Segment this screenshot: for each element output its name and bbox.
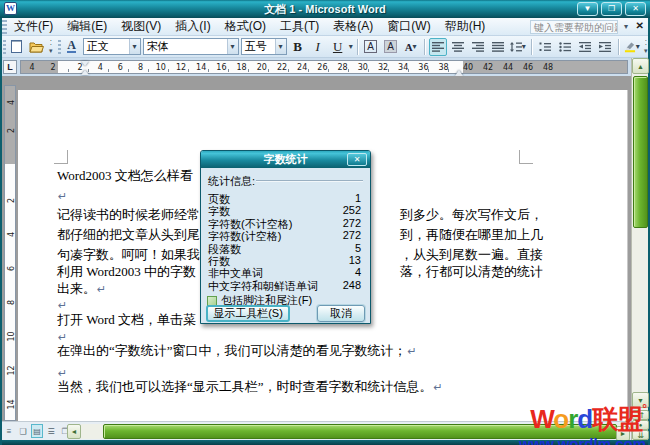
menu-item[interactable]: 帮助(H): [438, 16, 493, 37]
character-border-icon: A: [364, 40, 377, 53]
increase-indent-icon: [599, 42, 611, 52]
window-border-left: [0, 18, 2, 445]
character-scaling-button[interactable]: A ▾: [402, 38, 420, 56]
align-right-button[interactable]: [469, 38, 487, 56]
ruler-number: 44: [501, 63, 515, 72]
document-line: 在弹出的“字数统计”窗口中，我们可以清楚的看见字数统计；↵: [57, 342, 618, 359]
ruler-number: 6: [113, 63, 127, 72]
document-text-fragment: 到，再随便在哪里加上几: [400, 226, 543, 244]
dialog-titlebar[interactable]: 字数统计: [201, 151, 370, 168]
bold-button[interactable]: B: [289, 38, 307, 56]
dialog-close-button[interactable]: ✕: [347, 153, 367, 166]
minimize-button[interactable]: ▼: [577, 2, 598, 16]
toolbar-more-button[interactable]: ⁚ ▾: [48, 37, 54, 57]
document-text-fragment: 都仔细的把文章从头到尾: [57, 227, 200, 242]
include-footnotes-checkbox[interactable]: [207, 296, 217, 306]
restore-button[interactable]: ❒: [601, 2, 622, 16]
ruler-number: 4: [25, 63, 39, 72]
tab-selector-button[interactable]: L: [3, 60, 17, 74]
ruler-number: 10: [154, 63, 168, 72]
watermark: Word联盟° www.wordlm.com: [486, 402, 646, 445]
word-count-dialog: 字数统计 ✕ 统计信息: 页数1字数252字符数(不计空格)272字符数(计空格…: [200, 150, 371, 324]
ruler-number: 12: [7, 366, 16, 376]
scroll-left-button[interactable]: ◄: [67, 424, 81, 439]
decrease-indent-button[interactable]: [576, 38, 594, 56]
bullets-button[interactable]: [556, 38, 574, 56]
toolbar-grip-icon: [3, 40, 6, 54]
align-left-button[interactable]: [429, 38, 447, 56]
ruler-number: 12: [174, 63, 188, 72]
size-combo[interactable]: 五号 ▾: [241, 38, 287, 55]
ruler-number: 32: [376, 63, 390, 72]
menu-item[interactable]: 编辑(E): [60, 16, 114, 37]
document-text-fragment: 句凑字数。呵呵！如果我: [57, 247, 200, 262]
stat-label: 中文字符和朝鲜语单词: [208, 279, 318, 294]
cancel-button[interactable]: 取消: [317, 305, 365, 322]
menu-item[interactable]: 窗口(W): [380, 16, 437, 37]
ruler-number: 8: [7, 298, 16, 308]
size-combo-arrow-icon[interactable]: ▾: [275, 39, 286, 54]
character-shading-icon: A: [384, 40, 397, 53]
watermark-letter: d: [577, 404, 592, 434]
watermark-letter: 盟: [617, 404, 642, 434]
character-scaling-dropdown-icon: ▾: [413, 42, 417, 51]
menu-item[interactable]: 文件(F): [7, 16, 60, 37]
show-toolbar-button[interactable]: 显示工具栏(S): [206, 305, 290, 322]
menu-item[interactable]: 插入(I): [168, 16, 217, 37]
new-document-icon: [11, 40, 22, 53]
help-dropdown-icon[interactable]: ▾: [624, 22, 628, 31]
print-layout-view-button[interactable]: ▤: [31, 424, 43, 438]
character-border-button[interactable]: A: [362, 38, 380, 56]
open-button[interactable]: [28, 38, 46, 56]
document-text-fragment: 落，行都可以清楚的统计: [400, 263, 543, 281]
web-layout-view-button[interactable]: ❑: [17, 424, 29, 438]
character-shading-button[interactable]: A: [382, 38, 400, 56]
separator: [357, 39, 358, 55]
close-button[interactable]: ✕: [625, 2, 646, 16]
ruler-number: 36: [416, 63, 430, 72]
ruler-number: 26: [315, 63, 329, 72]
close-document-icon[interactable]: ✕: [636, 20, 644, 31]
highlight-button[interactable]: ▾: [623, 38, 641, 56]
window-title: 文档 1 - Microsoft Word: [0, 2, 650, 17]
stat-value: 272: [343, 229, 361, 241]
styles-icon: A: [67, 40, 76, 53]
line-spacing-icon: [510, 42, 522, 52]
watermark-letter: 联: [592, 404, 617, 434]
scroll-up-button[interactable]: ▲: [632, 58, 649, 74]
menubar: 文件(F)编辑(E)视图(V)插入(I)格式(O)工具(T)表格(A)窗口(W)…: [0, 18, 650, 36]
font-combo-arrow-icon[interactable]: ▾: [227, 39, 238, 54]
font-combo[interactable]: 宋体 ▾: [143, 38, 239, 55]
underline-dropdown-icon[interactable]: ▾: [349, 42, 353, 51]
menu-item[interactable]: 表格(A): [326, 16, 380, 37]
watermark-url: www.wordlm.com: [486, 435, 646, 445]
menu-item[interactable]: 格式(O): [218, 16, 273, 37]
open-folder-icon: [29, 41, 44, 53]
stat-value: 5: [355, 242, 361, 254]
paragraph-mark-icon: ↵: [407, 345, 417, 357]
style-combo-arrow-icon[interactable]: ▾: [129, 39, 140, 54]
document-text-fragment: 当然，我们也可以选择“显示工具栏”，时时查看字数和统计信息。: [57, 379, 433, 394]
menu-item[interactable]: 工具(T): [273, 16, 326, 37]
vertical-scroll-thumb[interactable]: [633, 76, 648, 228]
new-document-button[interactable]: [8, 38, 26, 56]
vertical-scrollbar[interactable]: ▲ ▼ ⇈ ● ⇊: [631, 58, 648, 440]
styles-and-formatting-button[interactable]: A: [63, 38, 81, 56]
italic-button[interactable]: I: [309, 38, 327, 56]
distribute-button[interactable]: [489, 38, 507, 56]
ruler-number: 40: [461, 63, 475, 72]
line-spacing-button[interactable]: ▾: [509, 38, 527, 56]
style-combo[interactable]: 正文 ▾: [83, 38, 141, 55]
ruler-number: 2: [7, 126, 16, 136]
highlight-dropdown-icon: ▾: [636, 42, 640, 51]
normal-view-button[interactable]: ≡: [3, 424, 15, 438]
menu-item[interactable]: 视图(V): [114, 16, 168, 37]
numbering-button[interactable]: [536, 38, 554, 56]
stat-row: 非中文单词4: [208, 266, 363, 278]
underline-button[interactable]: U: [329, 38, 347, 56]
document-text-fragment: 出来。: [57, 281, 96, 296]
help-question-input[interactable]: 键入需要帮助的问题: [530, 20, 618, 34]
align-center-button[interactable]: [449, 38, 467, 56]
increase-indent-button[interactable]: [596, 38, 614, 56]
outline-view-button[interactable]: ☰: [45, 424, 57, 438]
